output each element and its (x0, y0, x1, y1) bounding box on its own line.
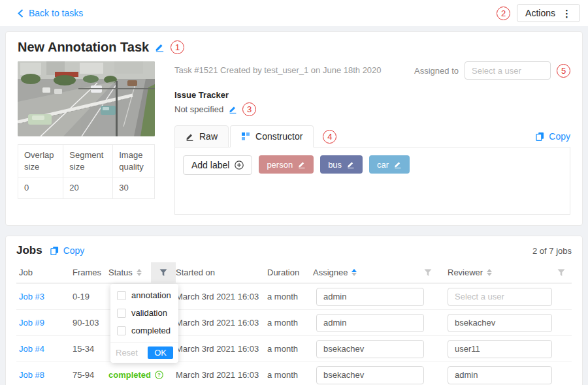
col-header-status-sort[interactable]: Status (108, 262, 151, 283)
col-header-frames: Frames (73, 268, 101, 277)
chevron-left-icon (17, 9, 24, 18)
jobs-title: Jobs (16, 244, 42, 257)
pencil-icon (186, 132, 194, 141)
kebab-menu-icon: ⋮ (562, 8, 572, 18)
labels-constructor-panel: Add label person bus (174, 147, 570, 215)
frames-cell: 0-19 (73, 292, 90, 301)
param-value-segment: 20 (63, 177, 113, 199)
actions-button[interactable]: Actions ⋮ (517, 4, 580, 22)
job-link[interactable]: Job #8 (19, 370, 44, 380)
jobs-card: Jobs Copy 2 of 7 jobs Job Frames Status … (5, 236, 583, 385)
actions-button-label: Actions (525, 8, 555, 18)
tab-constructor[interactable]: Constructor (230, 125, 314, 147)
job-row: Job #3 0-19 March 3rd 2021 16:03 a month (16, 283, 572, 309)
task-title: New Annotation Task (18, 40, 149, 55)
assignee-input[interactable] (316, 288, 424, 306)
filter-reset-button[interactable]: Reset (116, 348, 138, 358)
col-header-duration: Duration (267, 268, 299, 277)
task-meta-text: Task #1521 Created by test_user_1 on Jun… (174, 61, 382, 75)
status-cell-completed: completed ? (108, 370, 163, 380)
reviewer-input[interactable] (448, 314, 552, 332)
labels-editor-tabs: Raw Constructor 4 Copy (174, 125, 570, 147)
duration-cell: a month (267, 344, 298, 354)
annotation-marker-1: 1 (171, 40, 184, 54)
annotation-marker-2: 2 (497, 7, 510, 20)
edit-issue-tracker-icon[interactable] (229, 105, 237, 114)
param-value-quality: 30 (113, 177, 155, 199)
frames-cell: 75-94 (73, 370, 94, 380)
jobs-table: Job Frames Status Started on Duration As… (16, 262, 572, 385)
tab-constructor-label: Constructor (255, 131, 302, 142)
edit-label-icon[interactable] (298, 161, 306, 168)
job-link[interactable]: Job #3 (19, 292, 44, 301)
jobs-count: 2 of 7 jobs (532, 246, 572, 256)
reviewer-input[interactable] (448, 288, 552, 306)
job-link[interactable]: Job #4 (19, 344, 44, 354)
frames-cell: 15-34 (73, 344, 94, 354)
edit-label-icon[interactable] (347, 161, 355, 168)
issue-tracker-value: Not specified (174, 104, 223, 114)
param-header-segment: Segment size (63, 145, 113, 177)
assignee-filter-button[interactable] (424, 269, 432, 277)
frames-cell: 90-103 (73, 318, 99, 328)
label-chip-bus[interactable]: bus (320, 155, 363, 174)
col-header-assignee-sort[interactable]: Assignee (313, 262, 438, 283)
reviewer-input[interactable] (448, 340, 552, 358)
col-header-job: Job (19, 268, 33, 277)
svg-text:?: ? (157, 372, 161, 378)
checkbox-unchecked[interactable] (117, 291, 126, 300)
label-chip-bus-name: bus (328, 160, 342, 170)
duration-cell: a month (267, 318, 298, 328)
label-chip-car[interactable]: car (369, 155, 410, 174)
filter-option-annotation[interactable]: annotation (110, 286, 178, 304)
param-header-quality: Image quality (113, 145, 155, 177)
filter-ok-button[interactable]: OK (148, 346, 173, 359)
param-value-overlap: 0 (18, 177, 63, 199)
issue-tracker-label: Issue Tracker (174, 90, 570, 100)
back-to-tasks-link[interactable]: Back to tasks (17, 8, 83, 18)
reviewer-input[interactable] (448, 366, 552, 384)
col-header-reviewer-sort[interactable]: Reviewer (438, 262, 572, 283)
task-assignee-input[interactable] (465, 61, 551, 80)
add-label-button-label: Add label (191, 160, 229, 170)
assignee-input[interactable] (316, 366, 424, 384)
edit-title-icon[interactable] (155, 42, 165, 52)
copy-jobs-label: Copy (63, 245, 85, 256)
task-preview-image (18, 61, 155, 136)
job-row: Job #8 75-94 completed ? March 3rd 2021 … (16, 362, 572, 385)
annotation-marker-4: 4 (323, 130, 336, 144)
copy-icon (536, 132, 544, 141)
copy-labels-link[interactable]: Copy (536, 131, 570, 142)
filter-option-completed[interactable]: completed (110, 322, 178, 339)
job-row: Job #9 90-103 March 3rd 2021 16:03 a mon… (16, 309, 572, 335)
duration-cell: a month (267, 370, 298, 380)
sort-icon (487, 269, 492, 276)
copy-jobs-link[interactable]: Copy (50, 245, 85, 256)
plus-circle-icon (235, 161, 244, 170)
tab-raw[interactable]: Raw (174, 125, 229, 147)
assignee-input[interactable] (316, 314, 424, 332)
checkbox-unchecked[interactable] (117, 309, 126, 318)
started-cell: March 3rd 2021 16:03 (176, 370, 259, 380)
checkbox-unchecked[interactable] (117, 326, 126, 335)
question-circle-icon[interactable]: ? (155, 371, 163, 379)
reviewer-filter-button[interactable] (557, 269, 565, 277)
copy-icon (50, 246, 59, 255)
job-link[interactable]: Job #9 (19, 318, 44, 328)
edit-label-icon[interactable] (394, 161, 402, 168)
jobs-table-header: Job Frames Status Started on Duration As… (16, 262, 572, 283)
add-label-button[interactable]: Add label (183, 155, 252, 175)
status-filter-button[interactable] (151, 262, 176, 283)
copy-labels-label: Copy (549, 131, 570, 142)
label-chip-car-name: car (377, 160, 389, 170)
assignee-input[interactable] (316, 340, 424, 358)
filter-option-validation[interactable]: validation (110, 304, 178, 322)
label-chip-person[interactable]: person (259, 155, 314, 174)
sort-icon (137, 269, 142, 276)
annotation-marker-3: 3 (242, 102, 256, 116)
task-details-card: New Annotation Task 1 (5, 31, 583, 226)
param-header-overlap: Overlap size (18, 145, 63, 177)
col-header-started: Started on (176, 268, 215, 277)
label-chip-person-name: person (267, 160, 293, 170)
block-icon (241, 132, 250, 141)
